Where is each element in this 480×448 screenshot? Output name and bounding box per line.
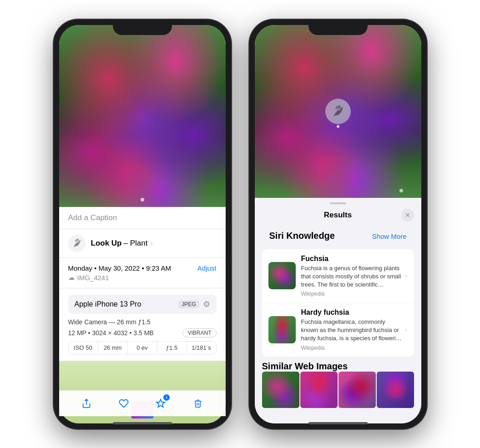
fuchsia-chevron: › (405, 272, 408, 279)
heart-icon (119, 398, 129, 408)
left-screen: Add a Caption Look Up – Plant › Monday •… (59, 25, 226, 423)
panel-title: Results (275, 211, 401, 220)
lookup-chevron: › (150, 239, 152, 247)
camera-header: Apple iPhone 13 Pro JPEG ⚙ (68, 295, 217, 314)
similar-image-2[interactable] (300, 372, 338, 408)
fuchsia-thumb-image (268, 262, 296, 289)
notch-right (308, 20, 368, 35)
lookup-bold: Look Up (91, 239, 122, 248)
caption-area[interactable]: Add a Caption (59, 207, 226, 229)
stat-aperture: ƒ1.5 (157, 342, 187, 354)
lookup-label: Look Up – Plant › (91, 239, 153, 248)
favorite-button[interactable] (116, 395, 132, 412)
right-screen: Results ✕ Siri Knowledge Show More Fuchs… (255, 25, 421, 423)
panel-close-button[interactable]: ✕ (401, 209, 414, 221)
fuchsia-content: Fuchsia Fuchsia is a genus of flowering … (301, 255, 402, 297)
filename-text: IMG_4241 (77, 274, 109, 282)
lookup-row[interactable]: Look Up – Plant › (59, 229, 226, 258)
date-text: Monday • May 30, 2022 • 9:23 AM (68, 264, 171, 272)
hardy-chevron: › (405, 326, 408, 333)
visual-lookup-button[interactable] (325, 99, 351, 124)
date-row: Monday • May 30, 2022 • 9:23 AM Adjust (68, 264, 217, 272)
info-badge: i (163, 394, 170, 401)
panel-header: Results ✕ (255, 207, 421, 227)
camera-row2: 12 MP • 3024 × 4032 • 3.5 MB VIBRANT (68, 328, 217, 337)
similar-image-1[interactable] (262, 372, 299, 408)
camera-model: Apple iPhone 13 Pro (75, 300, 141, 308)
filename-row: ☁ IMG_4241 (68, 274, 217, 282)
home-indicator-left (113, 422, 172, 424)
hardy-source: Wikipedia (301, 345, 402, 351)
caption-placeholder: Add a Caption (68, 213, 117, 222)
trash-icon (193, 398, 202, 408)
left-phone: Add a Caption Look Up – Plant › Monday •… (54, 20, 231, 429)
similar-images-grid[interactable] (255, 372, 421, 408)
photo-indicator-left (141, 198, 144, 201)
result-item-hardy-fuchsia[interactable]: Hardy fuchsia Fuchsia magellanica, commo… (262, 303, 414, 357)
jpeg-badge: JPEG (178, 300, 199, 308)
camera-badges: JPEG ⚙ (178, 299, 210, 309)
notch-left (113, 20, 172, 35)
hardy-thumb-image (268, 316, 296, 343)
share-button[interactable] (78, 395, 95, 412)
stat-mm: 26 mm (98, 342, 128, 354)
flower-photo-left (59, 25, 226, 207)
vibrant-badge: VIBRANT (182, 328, 216, 337)
lookup-rest: – Plant (124, 239, 148, 248)
panel-handle (330, 202, 346, 204)
hardy-desc: Fuchsia magellanica, commonly known as t… (301, 318, 402, 343)
svg-marker-1 (157, 399, 165, 407)
right-phone: Results ✕ Siri Knowledge Show More Fuchs… (249, 20, 427, 429)
camera-stats: ISO 50 26 mm 0 ev ƒ1.5 1/181 s (68, 341, 217, 354)
leaf-icon (72, 239, 81, 248)
stat-shutter: 1/181 s (187, 342, 216, 354)
visual-lookup-dot (337, 125, 339, 128)
show-more-button[interactable]: Show More (365, 229, 414, 244)
similar-image-3[interactable] (339, 372, 376, 408)
stat-iso: ISO 50 (69, 342, 98, 354)
similar-image-4[interactable] (377, 372, 414, 408)
info-button[interactable]: i (152, 395, 169, 412)
siri-knowledge-header: Siri Knowledge Show More (255, 227, 421, 249)
siri-knowledge-label: Siri Knowledge (262, 227, 342, 246)
photo-right[interactable] (255, 25, 421, 198)
cloud-icon: ☁ (68, 274, 75, 281)
result-item-fuchsia[interactable]: Fuchsia Fuchsia is a genus of flowering … (262, 249, 414, 303)
camera-specs: 12 MP • 3024 × 4032 • 3.5 MB (68, 329, 154, 337)
siri-results-card: Fuchsia Fuchsia is a genus of flowering … (262, 249, 414, 357)
settings-icon: ⚙ (203, 299, 210, 309)
lookup-icon-circle (68, 235, 86, 252)
fuchsia-desc: Fuchsia is a genus of flowering plants t… (301, 264, 402, 289)
share-icon (81, 398, 91, 408)
hardy-thumbnail (268, 316, 296, 343)
adjust-button[interactable]: Adjust (197, 264, 217, 272)
similar-images-section: Similar Web Images (255, 357, 421, 408)
close-icon: ✕ (405, 211, 410, 219)
fuchsia-title: Fuchsia (301, 255, 402, 263)
home-indicator-right (308, 422, 368, 424)
delete-button[interactable] (190, 395, 206, 412)
hardy-content: Hardy fuchsia Fuchsia magellanica, commo… (301, 308, 402, 351)
camera-section: Apple iPhone 13 Pro JPEG ⚙ Wide Camera —… (59, 288, 226, 361)
visual-lookup-leaf-icon (332, 106, 344, 117)
fuchsia-source: Wikipedia (301, 291, 402, 297)
hardy-title: Hardy fuchsia (301, 308, 402, 317)
fuchsia-thumbnail (268, 262, 296, 289)
camera-details: Wide Camera — 26 mm ƒ1.5 (68, 318, 217, 326)
results-panel[interactable]: Results ✕ Siri Knowledge Show More Fuchs… (255, 198, 421, 423)
date-section: Monday • May 30, 2022 • 9:23 AM Adjust ☁… (59, 258, 226, 288)
photo-left[interactable] (59, 25, 226, 207)
photo-indicator-right (399, 189, 403, 192)
toolbar-left: i (59, 390, 226, 416)
stat-ev: 0 ev (128, 342, 157, 354)
